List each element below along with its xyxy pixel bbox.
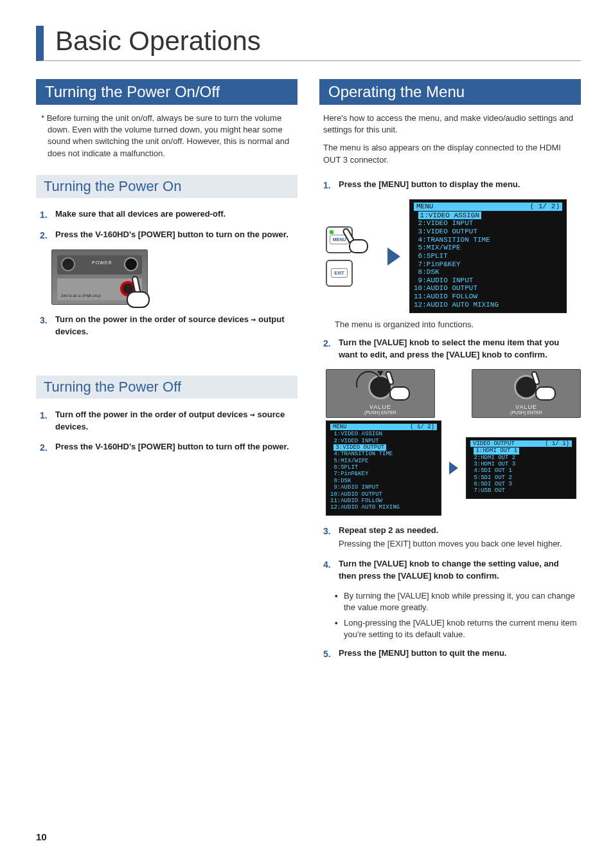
step-text: Press the [MENU] button to quit the menu… [339,648,506,658]
step-number: 3. [40,314,55,338]
step-number: 1. [40,409,55,433]
lcd-pair: MENU( 1/ 2) 1:VIDEO ASSIGN 2:VIDEO INPUT… [326,420,581,515]
lcd-screen-menu-2: MENU( 1/ 2) 1:VIDEO ASSIGN 2:VIDEO INPUT… [326,420,441,515]
hand-icon [380,367,416,403]
power-jack-label: 24V ⊖-⊕-⊖ (PSB-14U) [61,294,101,298]
hand-icon [121,276,154,308]
step-number: 2. [40,441,55,454]
step-number: 1. [323,179,339,192]
step-number: 5. [323,647,339,660]
power-off-step-1: 1. Turn off the power in the order of ou… [40,409,294,433]
intro-1: Here's how to access the menu, and make … [319,113,581,136]
step-subtext: Pressing the [EXIT] button moves you bac… [339,538,577,550]
step-text: Turn on the power in the order of source… [55,314,284,336]
arrow-icon: → [250,410,255,419]
menu-step-3: 3. Repeat step 2 as needed. Pressing the… [323,525,577,551]
step-number: 1. [40,208,55,221]
page-number: 10 [36,831,47,842]
note-body: Before turning the unit on/off, always b… [47,113,290,158]
step-text: Press the V-160HD's [POWER] button to tu… [55,442,289,451]
step-text: Press the [MENU] button to display the m… [339,179,520,189]
right-column: Operating the Menu Here's how to access … [319,79,581,668]
lcd-screen-video-output: VIDEO OUTPUT( 1/ 1) 1:HDMI OUT 1 2:HDMI … [466,437,576,499]
step-number: 4. [323,558,339,583]
lcd-screen-menu-1: MENU( 1/ 2) 1:VIDEO ASSIGN 2:VIDEO INPUT… [409,199,567,313]
section-heading-power: Turning the Power On/Off [36,79,298,105]
step-text: Turn the [VALUE] knob to select the menu… [339,338,559,359]
bullet-1: By turning the [VALUE] knob while pressi… [335,590,577,613]
section-heading-menu: Operating the Menu [319,79,581,105]
step-number: 2. [40,229,55,242]
hand-icon [526,367,562,403]
power-off-step-2: 2. Press the V-160HD's [POWER] button to… [40,441,294,454]
value-knob-rotate: VALUE (PUSH) ENTER [326,369,435,418]
menu-button: MENU [326,226,353,253]
value-knob-press: VALUE (PUSH) ENTER [472,369,581,418]
note-text: * Before turning the unit on/off, always… [36,113,298,159]
step-text: Turn the [VALUE] knob to change the sett… [339,559,559,581]
bullet-2: Long-pressing the [VALUE] knob returns t… [335,617,577,640]
power-on-step-3: 3. Turn on the power in the order of sou… [40,314,294,338]
menu-step-5: 5. Press the [MENU] button to quit the m… [323,647,577,660]
step-number: 3. [323,525,339,551]
power-on-step-1: 1. Make sure that all devices are powere… [40,208,294,221]
menu-step-1: 1. Press the [MENU] button to display th… [323,179,577,192]
chapter-title: Basic Operations [36,26,581,61]
subheading-power-off: Turning the Power Off [36,375,298,399]
menu-step-4: 4. Turn the [VALUE] knob to change the s… [323,558,577,583]
step-text: Press the V-160HD's [POWER] button to tu… [55,230,289,239]
subheading-power-on: Turning the Power On [36,175,298,198]
step-text: Make sure that all devices are powered-o… [55,209,226,219]
intro-2: The menu is also appears on the display … [319,142,581,165]
value-knob-illustration: VALUE (PUSH) ENTER VALUE (PUSH) ENTER [326,369,581,418]
hand-icon [342,225,371,253]
step-text: Repeat step 2 as needed. [339,525,577,537]
note-prefix: * [41,113,44,123]
power-button-illustration: POWER 24V ⊖-⊕-⊖ (PSB-14U) [51,249,298,305]
menu-button-illustration: MENU EXIT MENU( 1/ 2) 1:VIDEO ASSIGN 2:V… [326,199,581,313]
power-on-step-2: 2. Press the V-160HD's [POWER] button to… [40,229,294,242]
left-column: Turning the Power On/Off * Before turnin… [36,79,298,668]
exit-button: EXIT [326,260,353,287]
power-label: POWER [92,260,112,265]
arrow-right-icon [387,248,400,266]
step-number: 2. [323,337,339,361]
arrow-right-icon [449,462,458,475]
step-text: Turn off the power in the order of outpu… [55,410,285,431]
menu-step-2: 2. Turn the [VALUE] knob to select the m… [323,337,577,361]
menu-caption: The menu is organized into functions. [335,320,581,329]
